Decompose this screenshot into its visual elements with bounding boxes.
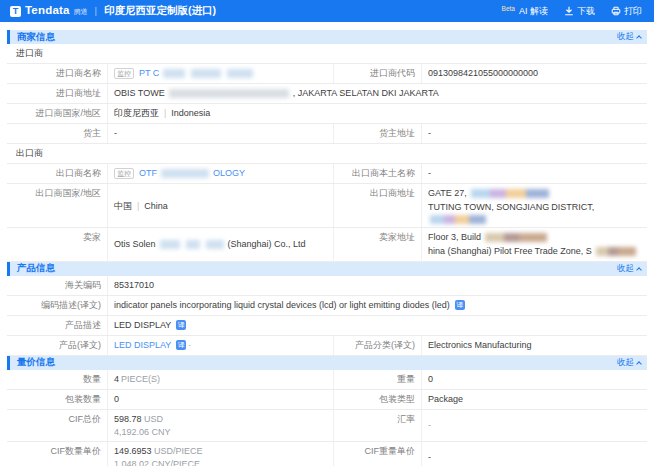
section-merchant: 商家信息 收起 进口商 进口商名称 监控 PT C 进口商代码 09130984… bbox=[7, 30, 647, 262]
translate-icon[interactable]: 译 bbox=[176, 340, 186, 350]
seller-text: Otis Solen bbox=[114, 238, 156, 250]
importer-code-value: 0913098421055000000000 bbox=[421, 64, 647, 83]
address-text: , JAKARTA SELATAN DKI JAKARTA bbox=[293, 87, 439, 99]
section-product: 产品信息 收起 海关编码 85317010 编码描述(译文) indicator… bbox=[7, 262, 647, 356]
print-icon bbox=[611, 6, 621, 16]
group-exporter: 出口商 bbox=[7, 144, 647, 164]
field-label: 出口商国家/地区 bbox=[7, 184, 107, 227]
table-row: 编码描述(译文) indicator panels incorporating … bbox=[7, 296, 647, 316]
country-en: China bbox=[144, 200, 168, 212]
country-cn: 印度尼西亚 bbox=[114, 107, 159, 119]
cif-total-value: 598.78 USD 4,192.06 CNY bbox=[107, 410, 333, 441]
tendata-logo-icon: T bbox=[10, 6, 21, 17]
record-detail: 商家信息 收起 进口商 进口商名称 监控 PT C 进口商代码 09130984… bbox=[0, 22, 654, 466]
table-row: 包装数量 0 包装类型 Package bbox=[7, 390, 647, 410]
address-text: TUTING TOWN, SONGJIANG bbox=[428, 201, 549, 213]
beta-badge: Beta bbox=[502, 5, 515, 12]
field-label: 编码描述(译文) bbox=[7, 296, 107, 315]
package-type-value: Package bbox=[421, 390, 647, 409]
header-actions: Beta AI 解读 下载 打印 bbox=[502, 5, 642, 18]
group-importer: 进口商 bbox=[7, 44, 647, 64]
table-row: 产品(译文) LED DISPLAY 译 · 产品分类(译文) Electron… bbox=[7, 336, 647, 356]
table-row: CIF总价 598.78 USD 4,192.06 CNY 汇率 - bbox=[7, 410, 647, 442]
table-row: 出口商国家/地区 中国 | China 出口商地址 GATE 27, TUTIN… bbox=[7, 184, 647, 228]
field-label: 出口商本土名称 bbox=[333, 164, 421, 183]
censored-block bbox=[186, 240, 200, 249]
download-icon bbox=[564, 6, 574, 16]
field-label: CIF总价 bbox=[7, 410, 107, 441]
logo-text: Tendata bbox=[25, 4, 70, 16]
field-label: 进口商地址 bbox=[7, 84, 107, 103]
product-desc-text: LED DISPLAY bbox=[114, 319, 171, 331]
group-exporter-label: 出口商 bbox=[16, 148, 43, 158]
quantity-number: 4 bbox=[114, 373, 119, 385]
censored-block bbox=[161, 169, 209, 178]
importer-name-link[interactable]: PT C bbox=[139, 67, 159, 79]
cif-total-usd: 598.78 USD bbox=[114, 413, 163, 425]
table-row: 产品描述 LED DISPLAY 译 bbox=[7, 316, 647, 336]
chevron-up-icon bbox=[636, 361, 642, 367]
table-row: 出口商名称 监控 OTF OLOGY 出口商本土名称 - bbox=[7, 164, 647, 184]
censored-block bbox=[160, 240, 180, 249]
address-text: GATE 27, bbox=[428, 187, 467, 199]
cif-unit-price-value: 149.6953 USD/PIECE 1,048.02 CNY/PIECE bbox=[107, 442, 333, 466]
value-separator: | bbox=[164, 107, 166, 119]
cif-total-cny: 4,192.06 CNY bbox=[114, 426, 171, 438]
exporter-name-link[interactable]: OLOGY bbox=[213, 167, 245, 179]
field-label: 出口商名称 bbox=[7, 164, 107, 183]
download-button[interactable]: 下载 bbox=[564, 5, 595, 18]
field-label: 包装数量 bbox=[7, 390, 107, 409]
table-row: 进口商地址 OBIS TOWE , JAKARTA SELATAN DKI JA… bbox=[7, 84, 647, 104]
censored-block bbox=[485, 233, 547, 242]
address-text: Floor 3, Build bbox=[428, 231, 481, 243]
translate-icon[interactable]: 译 bbox=[455, 300, 465, 310]
table-row: 进口商名称 监控 PT C 进口商代码 09130984210550000000… bbox=[7, 64, 647, 84]
cif-total-cny-unit: CNY bbox=[152, 427, 171, 437]
field-label: CIF数量单价 bbox=[7, 442, 107, 466]
censored-block bbox=[430, 215, 486, 224]
exchange-rate-value: - bbox=[421, 410, 647, 441]
product-name-value: LED DISPLAY 译 · bbox=[107, 336, 333, 355]
package-qty-value: 0 bbox=[107, 390, 333, 409]
ai-explain-button[interactable]: Beta AI 解读 bbox=[502, 5, 548, 18]
field-label: 数量 bbox=[7, 370, 107, 389]
country-en: Indonesia bbox=[171, 107, 210, 119]
table-row: 进口商国家/地区 印度尼西亚 | Indonesia bbox=[7, 104, 647, 124]
table-row: CIF数量单价 149.6953 USD/PIECE 1,048.02 CNY/… bbox=[7, 442, 647, 466]
section-header-product: 产品信息 收起 bbox=[7, 262, 647, 276]
chevron-up-icon bbox=[636, 35, 642, 41]
field-label: 卖家地址 bbox=[333, 228, 421, 260]
monitor-badge: 监控 bbox=[114, 168, 134, 179]
table-row: 海关编码 85317010 bbox=[7, 276, 647, 296]
importer-name-value: 监控 PT C bbox=[107, 64, 333, 83]
print-button[interactable]: 打印 bbox=[611, 5, 642, 18]
field-label: 出口商地址 bbox=[333, 184, 421, 227]
cif-total-cny-number: 4,192.06 bbox=[114, 427, 149, 437]
quantity-unit: PIECE(S) bbox=[121, 373, 160, 385]
hs-code-value: 85317010 bbox=[107, 276, 647, 295]
collapse-toggle-price[interactable]: 收起 bbox=[617, 357, 641, 369]
collapse-label: 收起 bbox=[617, 31, 634, 43]
field-label: CIF重量单价 bbox=[333, 442, 421, 466]
collapse-toggle-product[interactable]: 收起 bbox=[617, 263, 641, 275]
exporter-name-link[interactable]: OTF bbox=[139, 167, 157, 179]
monitor-badge: 监控 bbox=[114, 68, 134, 79]
importer-address-value: OBIS TOWE , JAKARTA SELATAN DKI JAKARTA bbox=[107, 84, 647, 103]
censored-block bbox=[596, 247, 636, 256]
collapse-toggle-merchant[interactable]: 收起 bbox=[617, 31, 641, 43]
field-label: 货主地址 bbox=[333, 124, 421, 143]
censored-block bbox=[163, 69, 185, 78]
brand: T Tendata 腾道 | 印度尼西亚定制版(进口) bbox=[10, 4, 216, 18]
censored-block bbox=[191, 69, 221, 78]
censored-block bbox=[169, 89, 289, 98]
ai-explain-label: AI 解读 bbox=[519, 5, 548, 18]
field-label: 产品(译文) bbox=[7, 336, 107, 355]
section-title: 商家信息 bbox=[17, 31, 55, 44]
product-name-link[interactable]: LED DISPLAY bbox=[114, 339, 171, 351]
translate-icon[interactable]: 译 bbox=[176, 320, 186, 330]
cif-unit-usd-unit: USD/PIECE bbox=[154, 446, 203, 456]
value-separator: | bbox=[137, 200, 139, 212]
field-label: 重量 bbox=[333, 370, 421, 389]
address-text: OBIS TOWE bbox=[114, 87, 165, 99]
cif-total-usd-unit: USD bbox=[144, 414, 163, 424]
